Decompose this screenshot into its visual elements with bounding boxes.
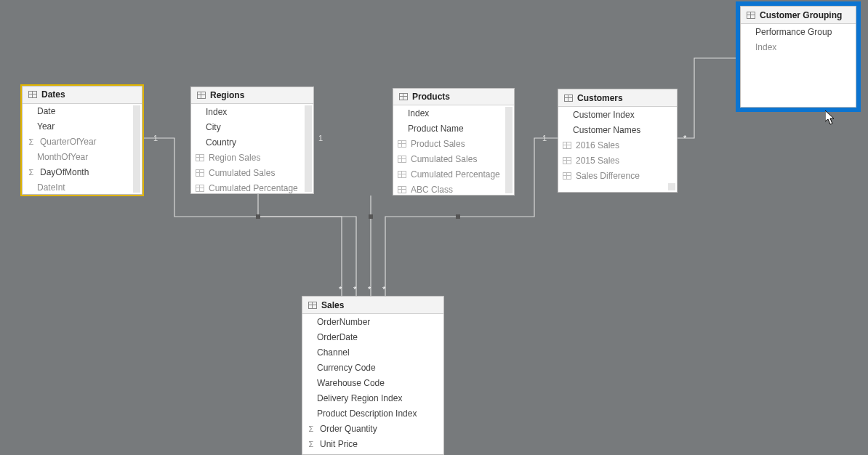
field-list[interactable]: Performance Group Index [741,24,856,107]
field-list[interactable]: Date Year QuarterOfYear MonthOfYear DayO… [23,104,142,194]
table-title: Customer Grouping [760,10,842,20]
field-row[interactable]: Index [393,105,514,121]
table-icon [747,12,755,19]
field-row[interactable]: Order Quantity [302,421,443,436]
scrollbar[interactable] [133,105,140,193]
cardinality-many: * [368,285,371,294]
table-icon [28,91,37,98]
measure-icon [398,156,406,163]
measure-icon [398,186,406,193]
field-row[interactable]: Sales Difference [558,168,677,183]
measure-icon [563,172,571,180]
model-canvas[interactable]: 1 * 1 * * 1 * * Dates Date Year QuarterO… [0,0,868,455]
scrollbar[interactable] [505,107,513,193]
field-row[interactable]: Index [741,39,856,55]
table-title: Products [412,92,450,102]
table-title: Dates [41,89,65,100]
sigma-icon [307,424,316,433]
field-row[interactable]: Performance Group [741,24,856,39]
svg-rect-0 [256,214,260,219]
scrollbar[interactable] [305,105,312,192]
field-row[interactable]: Index [191,104,313,119]
field-row[interactable]: OrderNumber [302,314,443,329]
field-row[interactable]: Unit Price [302,436,443,451]
sigma-icon [307,440,316,448]
field-row[interactable]: Cumulated Sales [393,151,514,166]
field-row[interactable]: Product Description Index [302,406,443,421]
cardinality-one: 1 [318,134,323,142]
table-icon [399,93,408,100]
cardinality-one: 1 [153,134,158,142]
field-list[interactable]: Index Product Name Product Sales Cumulat… [393,105,514,195]
sigma-icon [27,168,36,177]
measure-icon [563,157,571,164]
field-row[interactable]: Product Name [393,121,514,136]
field-row[interactable]: Warehouse Code [302,375,443,390]
table-regions[interactable]: Regions Index City Country Region Sales … [190,86,314,194]
field-row[interactable]: City [191,119,313,134]
table-icon [197,92,206,99]
table-header[interactable]: Customer Grouping [741,7,856,24]
table-title: Customers [577,93,623,103]
field-row[interactable]: DateInt [23,180,142,194]
field-row[interactable]: DayOfMonth [23,165,142,180]
field-list[interactable]: Customer Index Customer Names 2016 Sales… [558,107,677,192]
table-products[interactable]: Products Index Product Name Product Sale… [393,88,515,196]
field-row[interactable]: MonthOfYear [23,150,142,165]
measure-icon [196,185,204,192]
field-row[interactable]: Delivery Region Index [302,390,443,406]
field-row[interactable]: Product Sales [393,136,514,151]
mouse-cursor [825,110,835,125]
table-header[interactable]: Products [393,89,514,105]
field-row[interactable]: 2015 Sales [558,153,677,168]
cardinality-many: * [339,285,342,294]
measure-icon [398,171,406,178]
field-list[interactable]: OrderNumber OrderDate Channel Currency C… [302,314,443,454]
table-title: Regions [210,90,244,100]
field-row[interactable]: Cumulated Percentage [393,166,514,182]
table-header[interactable]: Regions [191,87,313,104]
cardinality-many: * [683,134,687,142]
table-icon [564,94,573,102]
cardinality-one: 1 [542,134,547,142]
table-header[interactable]: Customers [558,89,677,107]
cardinality-many: * [353,285,357,294]
sigma-icon [27,137,36,146]
field-row[interactable]: Customer Names [558,122,677,137]
field-row[interactable]: 2016 Sales [558,137,677,153]
field-row[interactable]: QuarterOfYear [23,134,142,150]
svg-rect-2 [456,214,460,219]
field-row[interactable]: Cumulated Sales [191,165,313,180]
measure-icon [398,140,406,148]
cardinality-many: * [382,285,386,294]
measure-icon [563,142,571,149]
field-row[interactable]: Currency Code [302,360,443,375]
field-row[interactable]: Customer Index [558,107,677,122]
field-list[interactable]: Index City Country Region Sales Cumulate… [191,104,313,193]
table-dates[interactable]: Dates Date Year QuarterOfYear MonthOfYea… [22,86,142,195]
table-icon [308,302,317,309]
svg-rect-1 [369,214,373,219]
field-row[interactable]: ABC Class [393,182,514,195]
table-sales[interactable]: Sales OrderNumber OrderDate Channel Curr… [302,296,444,455]
svg-marker-3 [825,110,834,124]
measure-icon [196,154,204,161]
field-row[interactable]: OrderDate [302,329,443,345]
field-row[interactable]: Cumulated Percentage [191,180,313,193]
table-customer-grouping[interactable]: Customer Grouping Performance Group Inde… [740,6,856,108]
field-row[interactable]: Date [23,104,142,119]
field-row[interactable]: Year [23,119,142,134]
measure-icon [196,169,204,177]
table-header[interactable]: Dates [23,86,142,104]
field-row[interactable]: Region Sales [191,150,313,165]
table-title: Sales [321,300,344,310]
field-row[interactable]: Channel [302,345,443,360]
field-row[interactable]: Country [191,134,313,150]
table-customers[interactable]: Customers Customer Index Customer Names … [558,89,678,193]
table-header[interactable]: Sales [302,297,443,314]
scrollbar[interactable] [668,183,675,190]
